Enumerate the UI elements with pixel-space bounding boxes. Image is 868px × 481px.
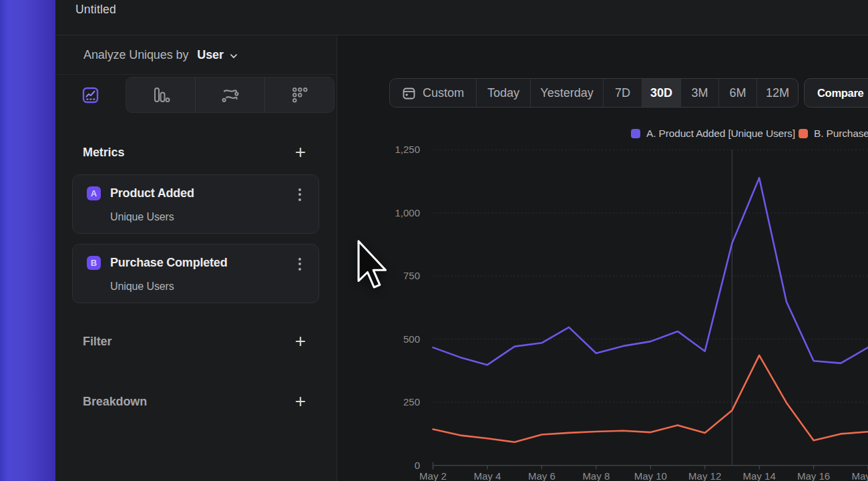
chart-area: CustomTodayYesterday7D30D3M6M12M Compare…: [338, 35, 868, 481]
metric-card-product-added[interactable]: A Product Added Unique Users: [72, 174, 319, 234]
analyze-by-dropdown[interactable]: User: [197, 48, 224, 62]
query-panel: Analyze Uniques by User: [55, 35, 337, 481]
chevron-down-icon[interactable]: [230, 52, 238, 60]
svg-text:250: 250: [403, 396, 420, 408]
line-chart[interactable]: 02505007501,0001,250May 2May 4May 6May 8…: [338, 35, 868, 481]
metric-badge-b: B: [87, 256, 101, 270]
tab-strip: [126, 77, 335, 113]
svg-text:0: 0: [415, 460, 420, 471]
flows-icon: [221, 86, 240, 104]
metric-subtitle[interactable]: Unique Users: [110, 281, 174, 293]
svg-text:May 8: May 8: [582, 470, 610, 481]
brand-gradient-strip: [0, 0, 55, 481]
metrics-title: Metrics: [83, 146, 124, 160]
top-bar: Untitled: [55, 0, 868, 35]
svg-text:May 2: May 2: [419, 470, 447, 481]
svg-text:May 16: May 16: [797, 470, 830, 481]
metric-name: Product Added: [110, 186, 194, 200]
svg-text:May 18: May 18: [851, 470, 868, 481]
svg-text:May 12: May 12: [688, 470, 721, 481]
filter-section-header: Filter +: [83, 326, 306, 357]
tab-insights[interactable]: [55, 77, 126, 113]
svg-text:1,000: 1,000: [395, 207, 420, 218]
line-chart-icon: [82, 87, 99, 104]
breakdown-title: Breakdown: [83, 395, 147, 409]
svg-text:500: 500: [403, 333, 420, 345]
metrics-section-header: Metrics +: [83, 137, 306, 168]
analyze-label: Analyze Uniques by: [83, 48, 188, 62]
tab-funnels[interactable]: [126, 77, 195, 112]
metric-card-purchase-completed[interactable]: B Purchase Completed Unique Users: [72, 244, 319, 303]
tab-flows[interactable]: [195, 77, 264, 112]
metric-subtitle[interactable]: Unique Users: [110, 211, 174, 223]
report-type-tabs: [55, 75, 337, 114]
metric-badge-a: A: [87, 186, 101, 200]
svg-text:May 6: May 6: [528, 470, 556, 481]
svg-text:May 10: May 10: [634, 470, 667, 481]
add-metric-button[interactable]: +: [295, 146, 306, 159]
retention-grid-icon: [291, 86, 308, 104]
add-breakdown-button[interactable]: +: [295, 395, 306, 408]
mouse-cursor: [356, 239, 391, 293]
breakdown-section-header: Breakdown +: [83, 386, 306, 417]
report-title[interactable]: Untitled: [75, 0, 116, 19]
filter-title: Filter: [83, 335, 112, 349]
svg-text:1,250: 1,250: [395, 144, 420, 155]
bar-chart-icon: [152, 86, 170, 104]
metric-name: Purchase Completed: [110, 256, 227, 270]
metric-options-button[interactable]: [293, 186, 306, 202]
svg-text:750: 750: [403, 270, 420, 281]
tab-retention[interactable]: [264, 77, 334, 112]
metric-options-button[interactable]: [293, 255, 306, 271]
svg-text:May 14: May 14: [743, 470, 776, 481]
analyze-header: Analyze Uniques by User: [55, 35, 337, 75]
svg-text:May 4: May 4: [474, 470, 501, 481]
add-filter-button[interactable]: +: [295, 335, 306, 348]
